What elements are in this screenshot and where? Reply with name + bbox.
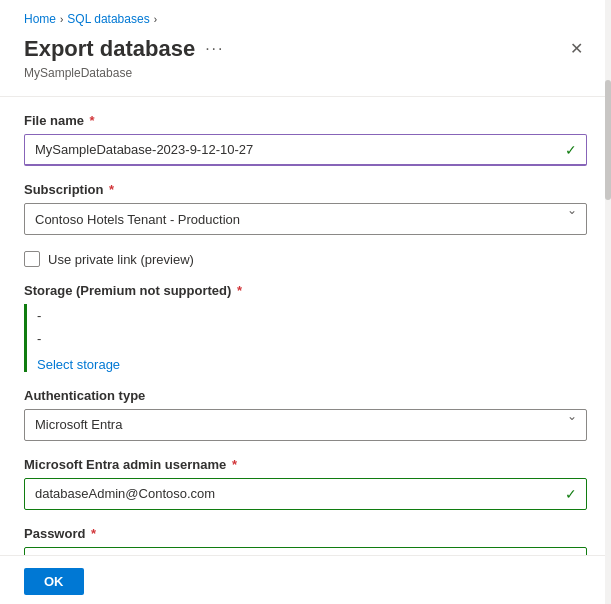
export-database-panel: Home › SQL databases › Export database ·…: [0, 0, 611, 604]
subscription-group: Subscription * Contoso Hotels Tenant - P…: [24, 182, 587, 235]
private-link-checkbox[interactable]: [24, 251, 40, 267]
admin-username-group: Microsoft Entra admin username * ✓: [24, 457, 587, 510]
storage-line-1: -: [37, 304, 587, 327]
breadcrumb-home[interactable]: Home: [24, 12, 56, 26]
scrollbar-track: [605, 0, 611, 604]
subscription-select-wrapper: Contoso Hotels Tenant - Production ⌄: [24, 203, 587, 235]
form-content: File name * ✓ Subscription * Contoso Hot…: [0, 97, 611, 604]
admin-username-input-wrapper: ✓: [24, 478, 587, 510]
auth-type-label: Authentication type: [24, 388, 587, 403]
file-name-group: File name * ✓: [24, 113, 587, 166]
page-subtitle: MySampleDatabase: [0, 66, 611, 96]
private-link-group: Use private link (preview): [24, 251, 587, 267]
ok-button[interactable]: OK: [24, 568, 84, 595]
private-link-label: Use private link (preview): [48, 252, 194, 267]
admin-username-required: *: [228, 457, 237, 472]
header-left: Export database ···: [24, 36, 225, 62]
file-name-label: File name *: [24, 113, 587, 128]
file-name-required: *: [86, 113, 95, 128]
select-storage-link[interactable]: Select storage: [37, 357, 120, 372]
storage-line-2: -: [37, 327, 587, 350]
password-required: *: [87, 526, 96, 541]
breadcrumb-chevron1: ›: [60, 14, 63, 25]
panel-footer: OK: [0, 555, 611, 604]
breadcrumb-sql-databases[interactable]: SQL databases: [67, 12, 149, 26]
password-label: Password *: [24, 526, 587, 541]
scrollbar-thumb[interactable]: [605, 80, 611, 200]
storage-label: Storage (Premium not supported) *: [24, 283, 587, 298]
auth-type-group: Authentication type Microsoft Entra ⌄: [24, 388, 587, 441]
file-name-input-wrapper: ✓: [24, 134, 587, 166]
breadcrumb: Home › SQL databases ›: [0, 0, 611, 32]
storage-left-bar: - - Select storage: [24, 304, 587, 372]
admin-username-input[interactable]: [24, 478, 587, 510]
breadcrumb-chevron2: ›: [154, 14, 157, 25]
admin-username-label: Microsoft Entra admin username *: [24, 457, 587, 472]
storage-required: *: [233, 283, 242, 298]
storage-lines: - -: [37, 304, 587, 351]
more-options-icon[interactable]: ···: [205, 40, 224, 58]
auth-type-select[interactable]: Microsoft Entra: [24, 409, 587, 441]
auth-type-select-wrapper: Microsoft Entra ⌄: [24, 409, 587, 441]
file-name-input[interactable]: [24, 134, 587, 166]
subscription-label: Subscription *: [24, 182, 587, 197]
subscription-select[interactable]: Contoso Hotels Tenant - Production: [24, 203, 587, 235]
page-title: Export database: [24, 36, 195, 62]
close-button[interactable]: ✕: [566, 37, 587, 61]
storage-group: Storage (Premium not supported) * - - Se…: [24, 283, 587, 372]
panel-header: Export database ··· ✕: [0, 32, 611, 66]
subscription-required: *: [105, 182, 114, 197]
